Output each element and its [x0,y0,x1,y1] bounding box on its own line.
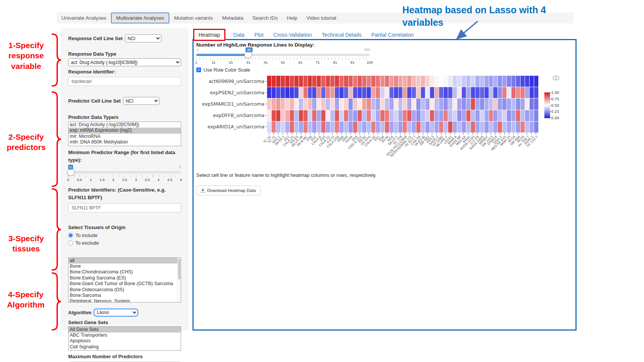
heatmap-cell[interactable] [462,122,466,133]
heatmap-row-label[interactable]: expSMARCD1_uniSarcoma [194,98,264,110]
heatmap-cell[interactable] [312,87,316,98]
heatmap-cell[interactable] [435,110,439,121]
heatmap-cell[interactable] [412,110,416,121]
heatmap-cell[interactable] [308,98,312,109]
heatmap-cell[interactable] [399,87,403,98]
heatmap-cell[interactable] [272,98,276,109]
heatmap-cell[interactable] [339,76,344,87]
heatmap-cell[interactable] [530,76,534,87]
heatmap-cell[interactable] [339,122,344,133]
heatmap-cell[interactable] [290,98,294,109]
heatmap-cell[interactable] [498,110,502,121]
heatmap-cell[interactable] [530,122,534,133]
heatmap-cell[interactable] [344,98,348,109]
heatmap-cell[interactable] [349,122,353,133]
heatmap-cell[interactable] [349,87,353,98]
heatmap-cell[interactable] [267,76,271,87]
heatmap-cell[interactable] [290,76,294,87]
heatmap-cell[interactable] [525,98,529,109]
heatmap-cell[interactable] [507,110,511,121]
heatmap-cell[interactable] [511,87,516,98]
heatmap-cell[interactable] [498,122,502,133]
heatmap-cell[interactable] [371,110,375,121]
heatmap-cell[interactable] [281,87,285,98]
heatmap-cell[interactable] [371,122,375,133]
heatmap-cell[interactable] [416,76,420,87]
heatmap-cell[interactable] [326,110,330,121]
heatmap-cell[interactable] [299,98,303,109]
list-option[interactable]: Bone [69,264,181,269]
row-color-scale-checkbox[interactable]: ✓ Use Row Color Scale [196,67,250,73]
heatmap-cell[interactable] [425,98,430,109]
heatmap-cell[interactable] [502,122,506,133]
heatmap-cell[interactable] [399,76,403,87]
checkbox-checked-icon[interactable]: ✓ [196,67,201,72]
heatmap-cell[interactable] [403,110,407,121]
heatmap-cell[interactable] [303,87,308,98]
nav-item-univariate-analyses[interactable]: Univariate Analyses [57,12,111,23]
heatmap-cell[interactable] [326,87,330,98]
heatmap-cell[interactable] [362,110,366,121]
heatmap-cell[interactable] [290,87,294,98]
response-lines-slider[interactable]: 1 100 30 1112131415161718191100 [196,47,370,66]
response-cell-line-set-select[interactable]: NCI [125,34,161,42]
heatmap-cell[interactable] [281,122,285,133]
heatmap-cell[interactable] [521,98,525,109]
heatmap-cell[interactable] [285,98,289,109]
heatmap-cell[interactable] [480,122,484,133]
heatmap-cell[interactable] [394,98,398,109]
heatmap-cell[interactable] [525,110,529,121]
list-option[interactable]: All Gene Sets [69,327,181,332]
heatmap-cell[interactable] [439,76,443,87]
heatmap-cell[interactable] [358,122,362,133]
tissue-exclude-radio[interactable]: To exclude [68,239,181,247]
heatmap-cell[interactable] [330,110,335,121]
heatmap-cell[interactable] [471,87,475,98]
list-option[interactable]: Bone:Sarcoma [69,293,181,298]
heatmap-cell[interactable] [353,76,357,87]
heatmap-cell[interactable] [453,98,457,109]
heatmap-cell[interactable] [312,122,316,133]
algorithm-select[interactable]: Lasso [94,309,138,317]
response-data-type-select[interactable]: act: Drug Activity (-log10[IC50M]) [68,58,181,66]
heatmap-cell[interactable] [493,76,497,87]
heatmap-cell[interactable] [471,122,475,133]
heatmap-cell[interactable] [489,110,493,121]
heatmap-cell[interactable] [516,122,520,133]
heatmap-cell[interactable] [385,76,389,87]
heatmap-cell[interactable] [425,122,430,133]
heatmap-cell[interactable] [371,98,375,109]
heatmap-cell[interactable] [399,98,403,109]
heatmap-cell[interactable] [367,98,371,109]
nav-item-help[interactable]: Help [282,12,302,23]
list-option[interactable]: Cell Signaling [69,344,181,350]
heatmap-cell[interactable] [507,76,511,87]
heatmap-cell[interactable] [489,76,493,87]
heatmap-cell[interactable] [272,76,276,87]
heatmap-cell[interactable] [285,87,289,98]
heatmap-cell[interactable] [471,110,475,121]
heatmap-cell[interactable] [349,110,353,121]
heatmap-cell[interactable] [290,110,294,121]
heatmap-cell[interactable] [430,76,434,87]
heatmap-cell[interactable] [294,122,299,133]
heatmap-cell[interactable] [507,122,511,133]
heatmap-cell[interactable] [516,87,520,98]
heatmap-cell[interactable] [521,87,525,98]
heatmap-cell[interactable] [353,110,357,121]
heatmap-cell[interactable] [330,87,335,98]
heatmap-cell[interactable] [511,76,516,87]
heatmap-cell[interactable] [380,110,385,121]
tab-cross-validation[interactable]: Cross-Validation [269,30,317,40]
heatmap-cell[interactable] [385,110,389,121]
heatmap-cell[interactable] [516,76,520,87]
heatmap-cell[interactable] [421,76,425,87]
heatmap-cell[interactable] [358,98,362,109]
heatmap-cell[interactable] [353,122,357,133]
heatmap-cell[interactable] [485,76,489,87]
heatmap-cell[interactable] [389,98,394,109]
heatmap-cell[interactable] [294,87,299,98]
heatmap-cell[interactable] [435,122,439,133]
heatmap-cell[interactable] [376,87,380,98]
heatmap-cell[interactable] [371,76,375,87]
